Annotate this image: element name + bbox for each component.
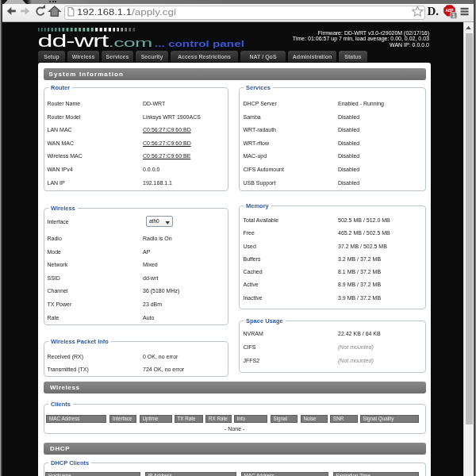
svg-text:... control panel: ... control panel (155, 40, 244, 49)
svg-text:1: 1 (452, 13, 455, 18)
svg-text:dd-wrt: dd-wrt (38, 31, 109, 50)
svg-text:.com: .com (109, 36, 152, 49)
svg-text:D.: D. (428, 5, 440, 17)
